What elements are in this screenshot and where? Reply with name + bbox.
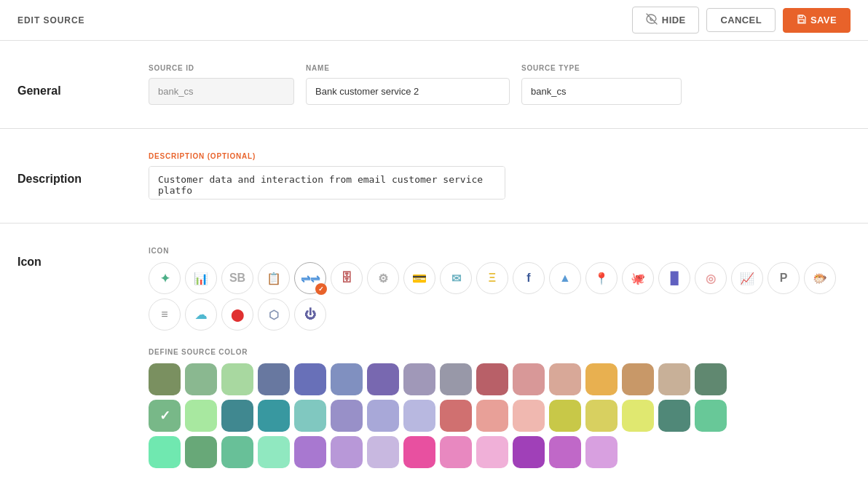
color-swatch-8[interactable] (440, 363, 472, 395)
page-title: EDIT SOURCE (17, 15, 85, 25)
color-swatch-41[interactable] (476, 436, 508, 468)
source-id-input[interactable] (149, 78, 294, 105)
general-body: SOURCE ID NAME SOURCE TYPE (149, 64, 851, 105)
color-swatch-37[interactable] (331, 436, 363, 468)
description-input[interactable] (149, 166, 505, 199)
icon-item-icon-4[interactable]: 📋 (258, 262, 290, 294)
source-type-input[interactable] (521, 78, 682, 105)
color-swatch-25[interactable] (476, 400, 508, 432)
icon-sublabel: ICON (149, 247, 851, 255)
description-field: DESCRIPTION (OPTIONAL) (149, 152, 851, 199)
icon-item-icon-23[interactable]: ⬡ (258, 299, 290, 331)
icon-grid: ✦📊SB📋⇌⇌✓🗄⚙💳✉Ξf▲📍🐙▐▌◎📈P🐡≡☁⬤⬡⏻ (149, 262, 851, 331)
description-label: Description (17, 152, 149, 186)
cancel-label: CANCEL (720, 15, 762, 25)
icon-item-icon-13[interactable]: 📍 (585, 262, 618, 294)
icon-item-icon-10[interactable]: Ξ (476, 262, 508, 294)
color-swatch-10[interactable] (513, 363, 545, 395)
source-type-field: SOURCE TYPE (521, 64, 682, 105)
color-swatch-7[interactable] (403, 363, 435, 395)
icon-item-icon-21[interactable]: ☁ (185, 299, 217, 331)
color-swatch-4[interactable] (294, 363, 326, 395)
color-swatch-35[interactable] (258, 436, 290, 468)
save-button[interactable]: SAVE (783, 8, 851, 33)
icon-item-icon-18[interactable]: P (768, 262, 800, 294)
color-swatch-23[interactable] (403, 400, 435, 432)
color-swatch-42[interactable] (513, 436, 545, 468)
color-swatch-24[interactable] (440, 400, 472, 432)
color-swatch-33[interactable] (185, 436, 217, 468)
name-input[interactable] (306, 78, 510, 105)
icon-section: Icon ICON ✦📊SB📋⇌⇌✓🗄⚙💳✉Ξf▲📍🐙▐▌◎📈P🐡≡☁⬤⬡⏻ D… (0, 224, 868, 490)
color-swatch-13[interactable] (622, 363, 654, 395)
color-swatch-27[interactable] (549, 400, 581, 432)
color-swatch-29[interactable] (622, 400, 654, 432)
icon-item-icon-9[interactable]: ✉ (440, 262, 472, 294)
color-swatch-2[interactable] (221, 363, 253, 395)
color-swatch-40[interactable] (440, 436, 472, 468)
color-swatch-36[interactable] (294, 436, 326, 468)
color-swatch-21[interactable] (331, 400, 363, 432)
icon-item-icon-8[interactable]: 💳 (403, 262, 435, 294)
color-grid: ✓ (149, 363, 731, 468)
icon-item-icon-2[interactable]: 📊 (185, 262, 217, 294)
color-swatch-6[interactable] (367, 363, 399, 395)
icon-item-icon-14[interactable]: 🐙 (622, 262, 654, 294)
color-swatch-0[interactable] (149, 363, 181, 395)
hide-label: HIDE (662, 15, 686, 25)
color-swatch-44[interactable] (585, 436, 618, 468)
color-swatch-15[interactable] (695, 363, 727, 395)
color-swatch-30[interactable] (658, 400, 690, 432)
color-swatch-16[interactable]: ✓ (149, 400, 181, 432)
icon-item-icon-11[interactable]: f (513, 262, 545, 294)
svg-rect-1 (799, 20, 804, 23)
hide-button[interactable]: HIDE (632, 7, 700, 33)
icon-item-icon-16[interactable]: ◎ (695, 262, 727, 294)
color-swatch-1[interactable] (185, 363, 217, 395)
color-swatch-11[interactable] (549, 363, 581, 395)
general-section: General SOURCE ID NAME SOURCE TYPE (0, 41, 868, 129)
color-swatch-43[interactable] (549, 436, 581, 468)
color-swatch-20[interactable] (294, 400, 326, 432)
color-swatch-38[interactable] (367, 436, 399, 468)
icon-item-icon-19[interactable]: 🐡 (804, 262, 836, 294)
name-label: NAME (306, 64, 510, 72)
save-icon (797, 15, 806, 26)
color-swatch-32[interactable] (149, 436, 181, 468)
icon-item-icon-20[interactable]: ≡ (149, 299, 181, 331)
color-swatch-26[interactable] (513, 400, 545, 432)
general-field-group: SOURCE ID NAME SOURCE TYPE (149, 64, 851, 105)
color-swatch-18[interactable] (221, 400, 253, 432)
icon-item-icon-24[interactable]: ⏻ (294, 299, 326, 331)
color-swatch-12[interactable] (585, 363, 618, 395)
color-swatch-14[interactable] (658, 363, 690, 395)
name-field: NAME (306, 64, 510, 105)
color-swatch-28[interactable] (585, 400, 618, 432)
icon-item-icon-22[interactable]: ⬤ (221, 299, 253, 331)
color-swatch-22[interactable] (367, 400, 399, 432)
color-swatch-39[interactable] (403, 436, 435, 468)
icon-item-icon-12[interactable]: ▲ (549, 262, 581, 294)
icon-item-icon-17[interactable]: 📈 (731, 262, 763, 294)
color-swatch-3[interactable] (258, 363, 290, 395)
icon-item-icon-15[interactable]: ▐▌ (658, 262, 690, 294)
icon-item-icon-3[interactable]: SB (221, 262, 253, 294)
icon-item-icon-1[interactable]: ✦ (149, 262, 181, 294)
color-swatch-31[interactable] (695, 400, 727, 432)
source-id-label: SOURCE ID (149, 64, 294, 72)
general-label: General (17, 64, 149, 98)
icon-item-icon-7[interactable]: ⚙ (367, 262, 399, 294)
icon-item-icon-6[interactable]: 🗄 (331, 262, 363, 294)
icon-item-icon-5[interactable]: ⇌⇌✓ (294, 262, 326, 294)
color-swatch-19[interactable] (258, 400, 290, 432)
save-label: SAVE (810, 15, 837, 25)
hide-icon (646, 13, 658, 27)
source-type-label: SOURCE TYPE (521, 64, 682, 72)
cancel-button[interactable]: CANCEL (706, 8, 776, 32)
color-swatch-34[interactable] (221, 436, 253, 468)
color-sublabel: DEFINE SOURCE COLOR (149, 348, 851, 356)
svg-rect-0 (800, 15, 802, 17)
color-swatch-17[interactable] (185, 400, 217, 432)
color-swatch-9[interactable] (476, 363, 508, 395)
color-swatch-5[interactable] (331, 363, 363, 395)
